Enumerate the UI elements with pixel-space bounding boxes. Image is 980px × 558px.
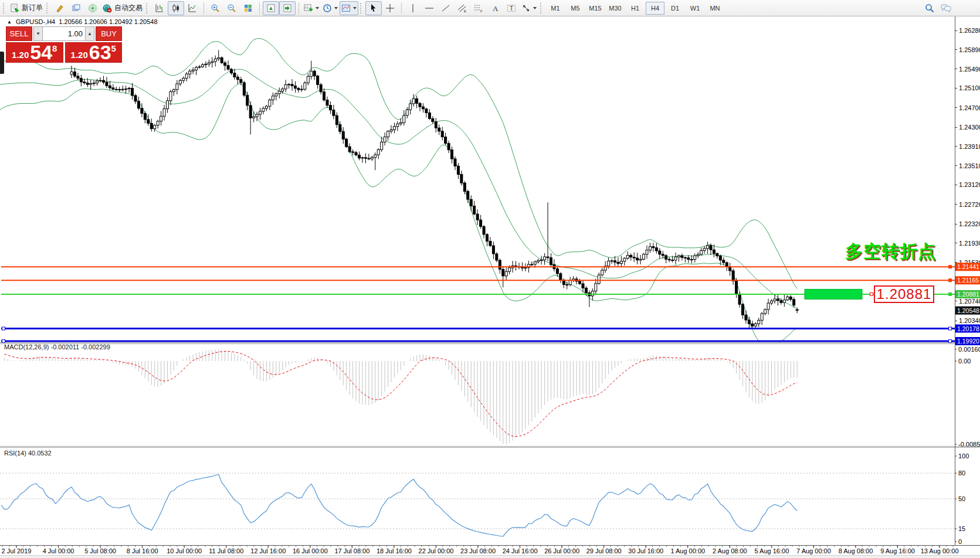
volume-decrease-button[interactable]: ▼ xyxy=(33,26,43,41)
horizontal-line-button[interactable] xyxy=(421,1,438,15)
sell-button[interactable]: SELL xyxy=(6,26,32,41)
svg-text:A: A xyxy=(493,4,499,13)
new-chart-icon xyxy=(304,4,313,13)
arrows-dropdown-caret[interactable] xyxy=(533,7,537,9)
time-axis: 2 Jul 20194 Jul 00:005 Jul 08:008 Jul 16… xyxy=(2,546,959,554)
date-tick-label: 2 Jul 2019 xyxy=(2,547,32,554)
buy-price-pip: 5 xyxy=(111,43,116,53)
zoom-in-button[interactable] xyxy=(207,1,223,15)
price-tick-label: 1.23910 xyxy=(959,143,980,150)
styler-button[interactable] xyxy=(52,1,68,15)
timeframe-h4-button[interactable]: H4 xyxy=(646,2,664,15)
indicator-window-2-button[interactable] xyxy=(279,1,296,15)
vertical-line-icon xyxy=(408,4,418,13)
indicator-window-1-button[interactable] xyxy=(263,1,279,15)
text-label-button[interactable]: T xyxy=(503,1,520,15)
date-tick-label: 5 Aug 16:00 xyxy=(755,547,789,554)
level-handle[interactable] xyxy=(870,292,873,295)
timeframe-m5-button[interactable]: M5 xyxy=(566,2,585,15)
zoom-out-button[interactable] xyxy=(223,1,240,15)
level-highlight-rect[interactable] xyxy=(805,289,862,299)
price-tick-label: 1.25890 xyxy=(959,46,980,53)
crosshair-button[interactable] xyxy=(382,1,398,15)
candle-chart-button[interactable] xyxy=(168,1,184,15)
level-handle[interactable] xyxy=(2,327,5,330)
indicator-window-1-icon xyxy=(266,4,276,13)
one-click-trading-panel: SELL ▼ ▲ BUY 1.20 54 8 1.20 63 5 xyxy=(6,26,122,63)
level-handle[interactable] xyxy=(949,327,952,330)
buy-price-button[interactable]: 1.20 63 5 xyxy=(65,42,123,63)
svg-text:T: T xyxy=(510,5,513,12)
new-chart-dropdown-caret[interactable] xyxy=(316,7,319,9)
templates-dropdown-caret[interactable] xyxy=(353,7,357,9)
autotrade-button[interactable]: 自动交易 xyxy=(101,1,144,15)
turning-point-annotation[interactable]: 多空转折点 xyxy=(845,240,936,264)
price-tick-label: 1.23120 xyxy=(959,181,980,188)
signals-button[interactable] xyxy=(84,1,101,15)
equidistant-channel-button[interactable]: E xyxy=(454,1,470,15)
sell-price-pip: 8 xyxy=(52,43,57,53)
price-tick-label: 1.25490 xyxy=(959,66,980,73)
styler-icon xyxy=(55,4,65,13)
arrows-button[interactable] xyxy=(520,1,538,15)
new-chart-button[interactable] xyxy=(302,1,321,15)
market-watch-button[interactable] xyxy=(68,1,84,15)
timeframe-w1-button[interactable]: W1 xyxy=(686,2,704,15)
new-order-button[interactable]: 新订单 xyxy=(8,1,45,15)
bar-chart-button[interactable] xyxy=(151,1,168,15)
vertical-line-button[interactable] xyxy=(405,1,421,15)
sell-price-prefix: 1.20 xyxy=(12,50,29,60)
price-tick-label: 1.24300 xyxy=(959,124,980,131)
toolbar-grip xyxy=(3,3,6,13)
volume-increase-button[interactable]: ▲ xyxy=(85,26,94,41)
templates-icon xyxy=(341,4,351,13)
timeframe-d1-button[interactable]: D1 xyxy=(666,2,684,15)
timeframe-m30-button[interactable]: M30 xyxy=(606,2,625,15)
buy-button[interactable]: BUY xyxy=(96,26,122,41)
buy-price-prefix: 1.20 xyxy=(71,50,88,60)
date-tick-label: 9 Aug 16:00 xyxy=(880,547,915,554)
zoom-out-icon xyxy=(227,4,236,13)
svg-text:1.20178: 1.20178 xyxy=(957,325,979,332)
toolbar-separator xyxy=(299,2,299,14)
timeframe-h1-button[interactable]: H1 xyxy=(626,2,645,15)
new-order-icon xyxy=(10,4,19,13)
sell-price-button[interactable]: 1.20 54 8 xyxy=(6,42,63,63)
tile-windows-button[interactable] xyxy=(240,1,256,15)
level-handle[interactable] xyxy=(2,340,5,343)
price-tick-label: 1.24700 xyxy=(959,104,980,111)
price-annotation-box[interactable]: 1.20881 xyxy=(874,285,934,303)
date-tick-label: 4 Jul 00:00 xyxy=(43,547,74,554)
date-tick-label: 26 Jul 00:00 xyxy=(544,547,579,554)
trendline-button[interactable] xyxy=(438,1,454,15)
period-selector-dropdown-caret[interactable] xyxy=(334,7,338,9)
date-tick-label: 8 Aug 08:00 xyxy=(839,547,873,554)
text-icon: A xyxy=(490,4,500,13)
market-watch-icon xyxy=(72,4,81,13)
timeframe-m15-button[interactable]: M15 xyxy=(586,2,605,15)
level-handle[interactable] xyxy=(949,292,952,295)
line-chart-button[interactable] xyxy=(184,1,201,15)
search-button[interactable] xyxy=(921,1,938,15)
svg-text:1.21165: 1.21165 xyxy=(957,277,979,284)
level-handle[interactable] xyxy=(949,279,952,282)
level-handle[interactable] xyxy=(949,340,952,343)
level-handle[interactable] xyxy=(949,266,952,268)
macd-tick-label: 0.00 xyxy=(958,358,971,365)
period-selector-button[interactable] xyxy=(321,1,340,15)
indicator-window-2-icon xyxy=(283,4,292,13)
chat-button[interactable] xyxy=(938,1,954,15)
templates-button[interactable] xyxy=(340,1,358,15)
timeframe-m1-button[interactable]: M1 xyxy=(546,2,565,15)
volume-input[interactable] xyxy=(43,26,85,41)
date-tick-label: 11 Jul 08:00 xyxy=(209,547,243,554)
symbol-direction-icon: ▲ xyxy=(7,19,12,25)
toolbar-separator xyxy=(204,2,204,14)
fibonacci-button[interactable]: F xyxy=(470,1,487,15)
crosshair-icon xyxy=(385,4,395,13)
trendline-icon xyxy=(441,4,450,13)
cursor-button[interactable] xyxy=(365,1,382,15)
timeframe-mn-button[interactable]: MN xyxy=(706,2,724,15)
text-button[interactable]: A xyxy=(487,1,503,15)
trade-panel-collapse-tab[interactable] xyxy=(0,52,4,74)
